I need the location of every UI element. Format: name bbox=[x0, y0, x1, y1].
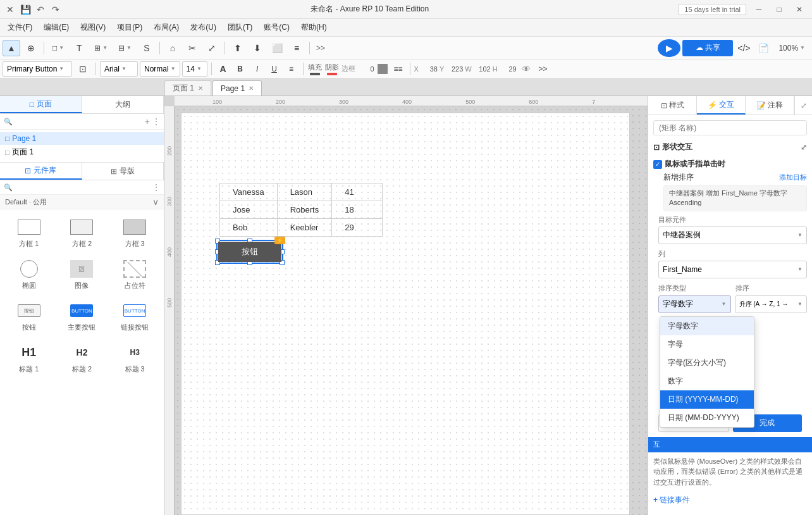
interact-tab[interactable]: ⚡ 交互 bbox=[697, 96, 746, 115]
table-tool[interactable]: ⊟▼ bbox=[114, 40, 136, 56]
dropdown-alpha[interactable]: 字母 bbox=[660, 335, 754, 354]
comp-btn-normal[interactable]: 按钮 按钮 bbox=[4, 297, 54, 336]
code-button[interactable]: </> bbox=[735, 40, 753, 56]
expand-interactions-icon[interactable]: ⤢ bbox=[801, 143, 807, 152]
canvas-area[interactable]: 100 200 300 400 500 600 7 200 300 400 bbox=[164, 96, 648, 515]
page-item-page1[interactable]: □ Page 1 bbox=[0, 132, 164, 145]
pages-tab[interactable]: □ 页面 bbox=[0, 96, 82, 113]
add-target-button[interactable]: 添加目标 bbox=[779, 173, 807, 182]
toolbar-more[interactable]: >> bbox=[314, 44, 328, 53]
shape-tool[interactable]: □▼ bbox=[48, 40, 68, 56]
maximize-button[interactable]: □ bbox=[772, 2, 787, 17]
align-top[interactable]: ⬆ bbox=[229, 40, 247, 56]
comp-circle[interactable]: 椭圆 bbox=[4, 255, 54, 294]
text-tool[interactable]: T bbox=[70, 40, 88, 56]
widget-name-input[interactable] bbox=[653, 120, 807, 135]
menu-publish[interactable]: 发布(U) bbox=[185, 21, 221, 34]
redo-icon[interactable]: ↷ bbox=[51, 4, 61, 15]
comp-btn-link[interactable]: BUTTON 链接按钮 bbox=[109, 297, 160, 336]
share-button[interactable]: ☁ 共享 bbox=[682, 40, 733, 56]
comp-h1[interactable]: H1 标题 1 bbox=[4, 338, 54, 378]
widget-type-dropdown[interactable]: Primary Button▼ bbox=[3, 61, 72, 77]
comp-search-input[interactable] bbox=[15, 183, 150, 192]
target-select[interactable]: 中继器案例 ▼ bbox=[658, 226, 807, 244]
dropdown-date-ymd[interactable]: 日期 (YYYY-MM-DD) bbox=[660, 390, 754, 409]
divider-bar[interactable]: 互 bbox=[648, 437, 812, 452]
connect-tool[interactable]: ⊕ bbox=[22, 40, 40, 56]
dropdown-date-mdy[interactable]: 日期 (MM-DD-YYYY) bbox=[660, 409, 754, 427]
menu-team[interactable]: 团队(T) bbox=[223, 21, 257, 34]
format-italic[interactable]: I bbox=[250, 61, 265, 77]
tab-page2[interactable]: Page 1 ✕ bbox=[212, 80, 262, 96]
menu-edit[interactable]: 编辑(E) bbox=[39, 21, 74, 34]
sort-action-item[interactable]: 中继器案例 增加 First_Name 字母数字 Ascending bbox=[663, 185, 807, 211]
zoom-control[interactable]: 100%▼ bbox=[774, 40, 809, 56]
chain-event-link[interactable]: + 链接事件 bbox=[653, 492, 807, 508]
minimize-button[interactable]: ─ bbox=[751, 2, 766, 17]
style-dropdown[interactable]: Normal▼ bbox=[140, 61, 180, 77]
menu-file[interactable]: 文件(F) bbox=[3, 21, 37, 34]
note-tab[interactable]: 📝 注释 bbox=[746, 96, 794, 115]
format-underline[interactable]: U bbox=[267, 61, 282, 77]
comp-rect3[interactable]: 方框 3 bbox=[109, 213, 160, 252]
format-list[interactable]: ≡ bbox=[284, 61, 299, 77]
menu-project[interactable]: 项目(P) bbox=[112, 21, 147, 34]
dropdown-alphanumeric[interactable]: 字母数字 bbox=[660, 317, 754, 335]
sort-type-select[interactable]: 字母数字 ▼ bbox=[658, 295, 731, 313]
align-bottom[interactable]: ⬜ bbox=[268, 40, 286, 56]
add-page-icon[interactable]: + bbox=[145, 116, 150, 127]
fill-btn[interactable]: 填充 bbox=[307, 61, 323, 77]
master-tab[interactable]: ⊞ 母版 bbox=[82, 163, 164, 180]
cut-tool[interactable]: ✂ bbox=[183, 40, 201, 56]
publish-button[interactable]: 📄 bbox=[754, 40, 772, 56]
more-format-btn[interactable]: >> bbox=[536, 61, 551, 77]
distribute[interactable]: ≡ bbox=[288, 40, 305, 56]
save-icon[interactable]: 💾 bbox=[20, 4, 30, 15]
menu-view[interactable]: 视图(V) bbox=[75, 21, 111, 34]
select-tool[interactable]: ▲ bbox=[3, 40, 20, 56]
close-button[interactable]: ✕ bbox=[792, 2, 807, 17]
menu-account[interactable]: 账号(C) bbox=[259, 21, 295, 34]
style-tab[interactable]: ⊡ 样式 bbox=[648, 96, 697, 115]
menu-help[interactable]: 帮助(H) bbox=[296, 21, 332, 34]
close-x-icon[interactable]: ✕ bbox=[5, 4, 15, 15]
dropdown-numeric[interactable]: 数字 bbox=[660, 372, 754, 390]
comp-btn-primary[interactable]: BUTTON 主要按钮 bbox=[57, 297, 108, 336]
resize-tool[interactable]: ⤢ bbox=[203, 40, 221, 56]
column-select[interactable]: First_Name ▼ bbox=[658, 261, 807, 278]
tab-page1[interactable]: 页面 1 ✕ bbox=[164, 80, 211, 96]
comp-lib-tab[interactable]: ⊡ 元件库 bbox=[0, 163, 82, 180]
right-panel-expand[interactable]: ⤢ bbox=[794, 96, 812, 115]
shadow-btn[interactable]: 阴影 bbox=[324, 61, 340, 77]
more-style-btn[interactable]: ≡≡ bbox=[391, 61, 406, 77]
sort-order-select[interactable]: 升序 (A → Z, 1 → ▼ bbox=[735, 295, 808, 313]
comp-rect2[interactable]: 方框 2 bbox=[57, 213, 108, 252]
page-search-input[interactable] bbox=[15, 117, 142, 126]
tab-page1-close[interactable]: ✕ bbox=[198, 85, 203, 92]
comp-image[interactable]: 🖼 图像 bbox=[57, 255, 108, 294]
canvas-button[interactable]: 按钮 ⚡ bbox=[218, 242, 281, 262]
comp-more-icon[interactable]: ⋮ bbox=[152, 183, 160, 192]
menu-layout[interactable]: 布局(A) bbox=[149, 21, 184, 34]
comp-placeholder[interactable]: 占位符 bbox=[109, 255, 160, 294]
format-bold[interactable]: B bbox=[233, 61, 248, 77]
visibility-toggle[interactable]: 👁 bbox=[519, 61, 534, 77]
border-color-swatch[interactable] bbox=[378, 64, 388, 74]
dropdown-alpha-case[interactable]: 字母(区分大小写) bbox=[660, 354, 754, 372]
font-family-dropdown[interactable]: Arial▼ bbox=[100, 61, 138, 77]
comp-h2[interactable]: H2 标题 2 bbox=[57, 338, 108, 378]
crop-tool[interactable]: ⌂ bbox=[164, 40, 181, 56]
outline-tab[interactable]: 大纲 bbox=[82, 96, 164, 113]
font-size-dropdown[interactable]: 14▼ bbox=[182, 61, 207, 77]
preview-button[interactable]: ▶ bbox=[658, 39, 680, 57]
format-A[interactable]: A bbox=[216, 61, 231, 77]
comp-category[interactable]: Default · 公用 ∨ bbox=[0, 195, 164, 209]
input-tool[interactable]: ⊞▼ bbox=[90, 40, 112, 56]
event-checkbox[interactable] bbox=[653, 160, 662, 169]
comp-h3[interactable]: H3 标题 3 bbox=[109, 338, 160, 378]
widget-type-icon[interactable]: ⊡ bbox=[74, 61, 92, 77]
pen-tool[interactable]: S bbox=[138, 40, 156, 56]
align-mid[interactable]: ⬇ bbox=[249, 40, 266, 56]
comp-category-dropdown[interactable]: ∨ bbox=[152, 197, 159, 207]
page-options-icon[interactable]: ⋮ bbox=[152, 117, 160, 126]
